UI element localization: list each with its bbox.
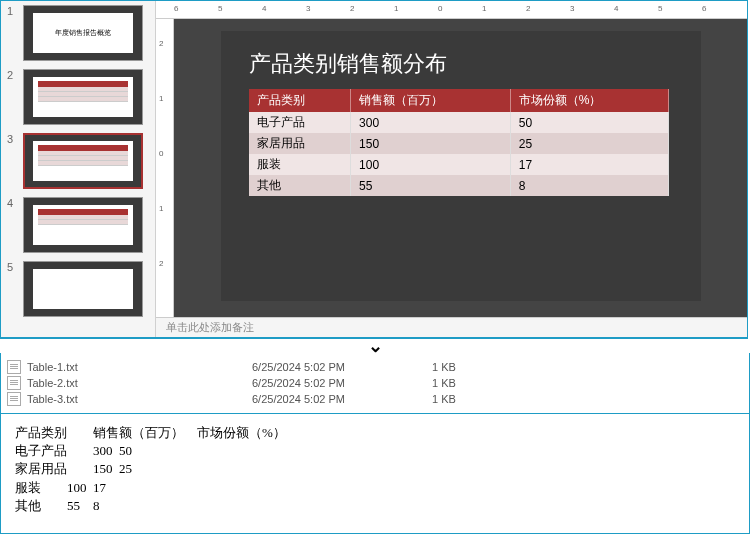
file-name: Table-1.txt: [27, 361, 252, 373]
file-icon: [7, 360, 21, 374]
thumb-number: 2: [7, 69, 17, 125]
table-cell: 25: [510, 133, 668, 154]
slide-thumbnail-3[interactable]: [23, 133, 143, 189]
file-list: Table-1.txt6/25/2024 5:02 PM1 KBTable-2.…: [0, 353, 750, 414]
table-cell: 100: [351, 154, 511, 175]
table-cell: 服装: [249, 154, 351, 175]
notes-pane[interactable]: 单击此处添加备注: [156, 317, 747, 337]
horizontal-ruler: 6543210123456: [156, 1, 747, 19]
table-row: 服装10017: [249, 154, 669, 175]
file-size: 1 KB: [432, 377, 492, 389]
table-header-cell: 市场份额（%）: [510, 89, 668, 112]
file-size: 1 KB: [432, 393, 492, 405]
file-icon: [7, 376, 21, 390]
table-cell: 17: [510, 154, 668, 175]
file-row[interactable]: Table-2.txt6/25/2024 5:02 PM1 KB: [3, 375, 747, 391]
table-cell: 电子产品: [249, 112, 351, 133]
table-cell: 50: [510, 112, 668, 133]
table-cell: 150: [351, 133, 511, 154]
vertical-ruler: 21012: [156, 19, 174, 317]
thumb-number: 3: [7, 133, 17, 189]
file-content-preview: 产品类别 销售额（百万） 市场份额（%） 电子产品 300 50 家居用品 15…: [0, 414, 750, 534]
slide-thumbnail-4[interactable]: [23, 197, 143, 253]
thumb-number: 1: [7, 5, 17, 61]
table-header-cell: 产品类别: [249, 89, 351, 112]
table-row: 家居用品15025: [249, 133, 669, 154]
table-header-cell: 销售额（百万）: [351, 89, 511, 112]
table-cell: 55: [351, 175, 511, 196]
thumb-number: 5: [7, 261, 17, 317]
table-cell: 300: [351, 112, 511, 133]
table-cell: 其他: [249, 175, 351, 196]
file-date: 6/25/2024 5:02 PM: [252, 377, 432, 389]
slide-canvas[interactable]: 产品类别销售额分布 产品类别销售额（百万）市场份额（%） 电子产品30050家居…: [174, 19, 747, 317]
file-row[interactable]: Table-1.txt6/25/2024 5:02 PM1 KB: [3, 359, 747, 375]
slide-thumbnail-panel: 1 年度销售报告概览 2 3 4 5: [1, 1, 156, 337]
file-icon: [7, 392, 21, 406]
slide-thumbnail-2[interactable]: [23, 69, 143, 125]
file-row[interactable]: Table-3.txt6/25/2024 5:02 PM1 KB: [3, 391, 747, 407]
file-name: Table-3.txt: [27, 393, 252, 405]
file-date: 6/25/2024 5:02 PM: [252, 393, 432, 405]
table-row: 其他558: [249, 175, 669, 196]
chevron-down-icon: ⌄: [0, 339, 750, 353]
file-size: 1 KB: [432, 361, 492, 373]
current-slide: 产品类别销售额分布 产品类别销售额（百万）市场份额（%） 电子产品30050家居…: [221, 31, 701, 301]
table-row: 电子产品30050: [249, 112, 669, 133]
slide-thumbnail-5[interactable]: [23, 261, 143, 317]
slide-table[interactable]: 产品类别销售额（百万）市场份额（%） 电子产品30050家居用品15025服装1…: [249, 89, 669, 196]
thumb-number: 4: [7, 197, 17, 253]
file-name: Table-2.txt: [27, 377, 252, 389]
file-date: 6/25/2024 5:02 PM: [252, 361, 432, 373]
table-cell: 8: [510, 175, 668, 196]
table-cell: 家居用品: [249, 133, 351, 154]
slide-thumbnail-1[interactable]: 年度销售报告概览: [23, 5, 143, 61]
slide-title[interactable]: 产品类别销售额分布: [221, 31, 701, 89]
